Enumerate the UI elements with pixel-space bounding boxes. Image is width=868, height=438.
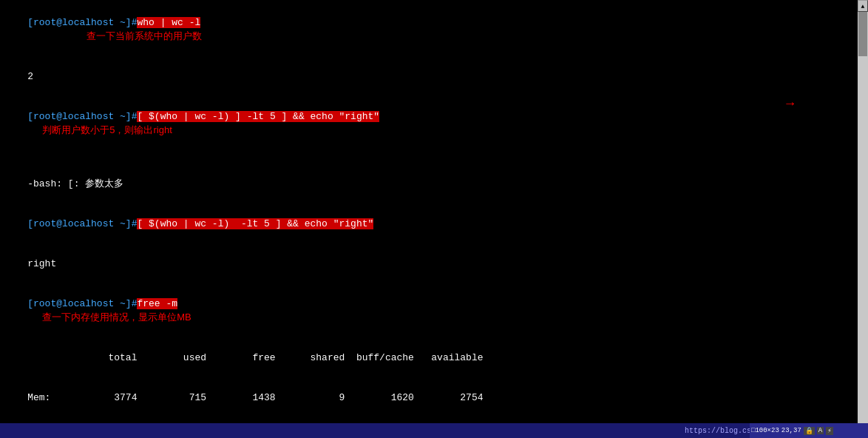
cmd-7: free -m	[137, 298, 177, 309]
output-2: 2	[27, 71, 33, 82]
bottom-right-bar: □100×23 23,37 🔒 A ⚡	[750, 423, 868, 438]
position: 23,37	[781, 427, 801, 434]
status-bar: https://blog.csdn.net/weixin_5157577	[0, 423, 847, 438]
prompt-7: [root@localhost ~]#	[27, 298, 137, 309]
output-4: -bash: [: 参数太多	[27, 178, 123, 189]
prompt-3: [root@localhost ~]#	[27, 111, 137, 122]
output-9: Mem: 3774 715 1438 9 1620 2754	[27, 392, 483, 403]
line-3: [root@localhost ~]#[ $(who | wc -l) ] -l…	[4, 97, 853, 164]
line-7: [root@localhost ~]#free -m 查一下内存使用情况，显示单…	[4, 284, 853, 338]
line-1: [root@localhost ~]#who | wc -l 查一下当前系统中的…	[4, 3, 853, 57]
scrollbar[interactable]: ▲ ▼ □100×23 23,37 🔒 A ⚡	[858, 0, 868, 438]
line-5: [root@localhost ~]#[ $(who | wc -l) -lt …	[4, 204, 853, 244]
prompt-1: [root@localhost ~]#	[27, 17, 137, 28]
coords: □100×23	[751, 427, 779, 434]
icon-1: 🔒	[804, 427, 815, 435]
icon-2: A	[817, 427, 824, 434]
prompt-5: [root@localhost ~]#	[27, 218, 137, 229]
scroll-track	[858, 12, 868, 426]
arrow-3: →	[786, 97, 794, 110]
scroll-up-button[interactable]: ▲	[858, 0, 868, 12]
line-9: Mem: 3774 715 1438 9 1620 2754	[4, 378, 853, 418]
scroll-thumb[interactable]	[858, 12, 867, 56]
cmd-3: [ $(who | wc -l) ] -lt 5 ] && echo "righ…	[137, 111, 379, 122]
line-2: 2	[4, 57, 853, 97]
cmd-1: who | wc -l	[137, 17, 200, 28]
ann-7: 查一下内存使用情况，显示单位MB	[42, 311, 191, 323]
icon-3: ⚡	[826, 427, 833, 435]
line-8: total used free shared buff/cache availa…	[4, 338, 853, 378]
line-4: -bash: [: 参数太多	[4, 164, 853, 204]
ann-1: 查一下当前系统中的用户数	[87, 30, 202, 41]
output-8: total used free shared buff/cache availa…	[27, 352, 483, 363]
line-6: right	[4, 244, 853, 284]
ann-3: 判断用户数小于5，则输出right	[42, 124, 172, 135]
output-6: right	[27, 258, 56, 269]
cmd-5: [ $(who | wc -l) -lt 5 ] && echo "right"	[137, 218, 373, 229]
terminal-window: [root@localhost ~]#who | wc -l 查一下当前系统中的…	[0, 0, 858, 438]
